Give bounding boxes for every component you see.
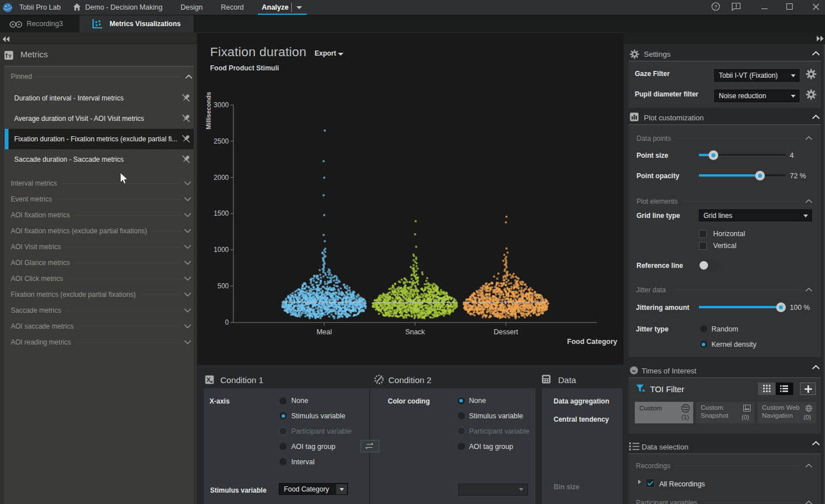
svg-text:0: 0 — [225, 318, 229, 326]
svg-text:3000: 3000 — [213, 101, 229, 109]
svg-text:Milliseconds: Milliseconds — [205, 92, 212, 129]
svg-text:2500: 2500 — [213, 137, 229, 145]
svg-text:1000: 1000 — [213, 246, 229, 254]
svg-text:w: w — [632, 368, 636, 373]
svg-text:500: 500 — [217, 282, 229, 290]
svg-text:Dessert: Dessert — [493, 328, 518, 336]
svg-text:Snack: Snack — [405, 328, 425, 336]
svg-text:?: ? — [714, 3, 717, 10]
svg-text:Food Category: Food Category — [567, 338, 617, 346]
svg-text:1500: 1500 — [213, 209, 229, 217]
svg-text:Y: Y — [8, 53, 11, 59]
svg-text:2000: 2000 — [213, 174, 229, 182]
svg-text:Meal: Meal — [316, 328, 332, 336]
